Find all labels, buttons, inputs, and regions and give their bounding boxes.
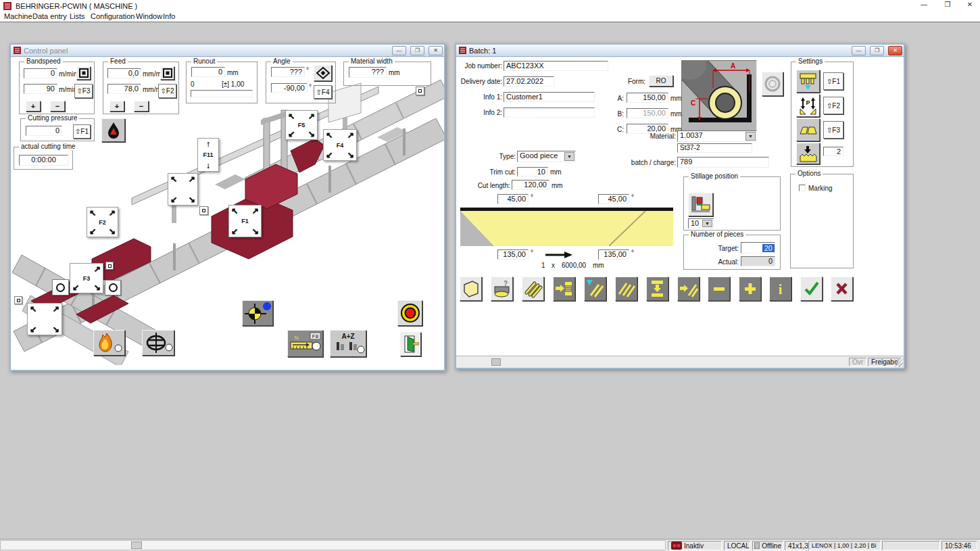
angle-bottom-left-field[interactable]: 135,00 (497, 249, 529, 260)
cut-length-field[interactable]: 120,00 (512, 180, 549, 190)
axis-f3-button[interactable]: ↗ F3 ↙↘ (70, 263, 103, 293)
feed-setpoint-field[interactable]: 78,0 (107, 84, 141, 94)
bandspeed-setpoint-field[interactable]: 90 (24, 84, 57, 94)
axis-f11-button[interactable]: ↑ F11 ↓ (197, 138, 219, 172)
stop-point-button[interactable] (105, 262, 114, 270)
scrollbar-thumb[interactable] (131, 542, 142, 549)
resize-grip[interactable] (895, 359, 903, 367)
menu-machine[interactable]: Machine (4, 12, 32, 20)
minimize-button[interactable]: — (392, 46, 406, 55)
maximize-button[interactable]: ❐ (870, 46, 884, 55)
info1-field[interactable]: Customer1 (504, 92, 595, 102)
feed-bars-button[interactable] (677, 277, 700, 301)
material-width-field[interactable]: ??? (349, 67, 387, 78)
clamp-vertical-button[interactable] (646, 277, 668, 301)
measuring-f8-button[interactable]: F8 ¾ (287, 330, 323, 357)
menu-data-entry[interactable]: Data entry (32, 12, 67, 20)
bandspeed-f3-button[interactable]: ⇧F3 (74, 84, 93, 98)
coolant-button[interactable] (101, 118, 125, 142)
settings-f2-button[interactable]: ⇧F2 (823, 97, 843, 114)
stop-point-button[interactable] (14, 296, 22, 304)
emergency-stop-button[interactable] (397, 300, 422, 326)
menu-lists[interactable]: Lists (70, 12, 85, 20)
layer-button[interactable] (796, 143, 820, 164)
axis-f2-button[interactable]: ↖↗ F2 ↙↘ (87, 207, 118, 237)
layer-count-field[interactable]: 2 (823, 147, 843, 156)
target-field[interactable]: 20 (741, 242, 775, 254)
marking-checkbox[interactable] (799, 185, 806, 191)
angle-top-right-field[interactable]: 45,00 (598, 194, 629, 204)
maximize-button[interactable]: ❐ (410, 46, 424, 55)
roller-button[interactable] (52, 279, 69, 295)
stop-point-button[interactable] (416, 87, 424, 95)
runout-field[interactable]: 0 (191, 67, 225, 77)
chevron-down-icon[interactable]: ▼ (564, 152, 574, 161)
job-number-field[interactable]: ABC123XX (504, 61, 608, 71)
chevron-down-icon[interactable]: ▼ (745, 132, 756, 141)
feed-stop-button[interactable] (160, 66, 174, 80)
type-combo[interactable]: Good piece ▼ (517, 151, 576, 162)
blade-guide-button[interactable] (796, 70, 820, 93)
bandspeed-minus-button[interactable]: − (50, 101, 65, 112)
bars-button[interactable] (615, 277, 637, 301)
angle-actual-field[interactable]: ??? (271, 67, 305, 77)
close-button[interactable]: ✕ (888, 46, 902, 55)
menu-info[interactable]: Info (163, 12, 175, 20)
profile-select-button[interactable] (762, 72, 783, 96)
form-value-button[interactable]: RO (649, 75, 673, 87)
axis-f4-button[interactable]: ↖↗ F4 ↙↘ (323, 129, 357, 161)
saw-question-button[interactable]: ? (491, 277, 513, 301)
angle-home-button[interactable] (314, 65, 332, 81)
restore-button[interactable]: ❐ (937, 1, 958, 11)
scrollbar-thumb[interactable] (491, 358, 501, 366)
plus-button[interactable] (739, 277, 761, 301)
bandspeed-stop-button[interactable] (76, 66, 91, 80)
clamp-release-button[interactable] (142, 330, 174, 356)
stillage-position-combo[interactable]: 10 ▼ (688, 218, 714, 229)
material-infeed-button[interactable] (553, 277, 575, 301)
minimize-button[interactable]: — (914, 1, 934, 11)
chevron-down-icon[interactable]: ▼ (702, 220, 712, 227)
trim-cut-field[interactable]: 10 (517, 167, 548, 176)
close-button[interactable]: ✕ (960, 1, 980, 11)
roller-button[interactable] (105, 280, 121, 295)
az-clamping-button[interactable]: A+Z (330, 330, 366, 357)
bandspeed-actual-field[interactable]: 0 (24, 68, 57, 78)
feed-f2-button[interactable]: ⇧F2 (158, 84, 176, 98)
exit-button[interactable] (400, 332, 421, 356)
axis-f1-button[interactable]: ↖↗ F1 ↙↘ (228, 205, 262, 237)
settings-f1-button[interactable]: ⇧F1 (823, 72, 843, 90)
material-combo[interactable]: 1.0037 ▼ (677, 130, 757, 142)
angle-top-left-field[interactable]: 45,00 (497, 194, 529, 204)
feed-plus-button[interactable]: + (109, 101, 124, 112)
dim-a-field[interactable]: 150,00 (627, 93, 668, 103)
feed-actual-field[interactable]: 0,0 (107, 68, 141, 78)
menu-window[interactable]: Window (136, 12, 162, 20)
dim-b-field[interactable]: 150,00 (627, 108, 668, 118)
angle-setpoint-field[interactable]: -90,00 (271, 83, 308, 93)
close-button[interactable]: ✕ (428, 46, 443, 55)
feed-minus-button[interactable]: − (134, 101, 149, 112)
menu-configuration[interactable]: Configuration (91, 12, 134, 20)
ok-button[interactable] (800, 277, 823, 301)
axis-jog-button[interactable]: ↖↗ ↙↘ (27, 303, 62, 335)
burner-button[interactable] (93, 330, 125, 356)
batch-charge-field[interactable]: 789 (677, 157, 769, 168)
delivery-date-field[interactable]: 27.02.2022 (504, 76, 554, 87)
info-button[interactable]: i (769, 277, 791, 301)
info2-field[interactable] (504, 107, 595, 118)
bundle-button[interactable] (522, 277, 544, 301)
axis-jog-button[interactable]: ↖↗ ↙↘ (168, 173, 198, 206)
reference-point-button[interactable] (242, 300, 273, 326)
cancel-button[interactable] (831, 277, 853, 301)
mdi-horizontal-scrollbar[interactable] (0, 540, 666, 550)
positioning-button[interactable]: P (796, 94, 820, 117)
angle-bottom-right-field[interactable]: 135,00 (598, 249, 629, 260)
cutting-pressure-f1-button[interactable]: ⇧F1 (73, 124, 91, 139)
cutting-pressure-field[interactable]: 0 (26, 126, 62, 136)
new-piece-button[interactable] (460, 277, 482, 301)
stillage-button[interactable] (688, 193, 713, 216)
minimize-button[interactable]: — (852, 46, 866, 55)
axis-f5-button[interactable]: ↖↗ F5 ↙↘ (285, 110, 318, 140)
bandspeed-plus-button[interactable]: + (26, 101, 41, 112)
